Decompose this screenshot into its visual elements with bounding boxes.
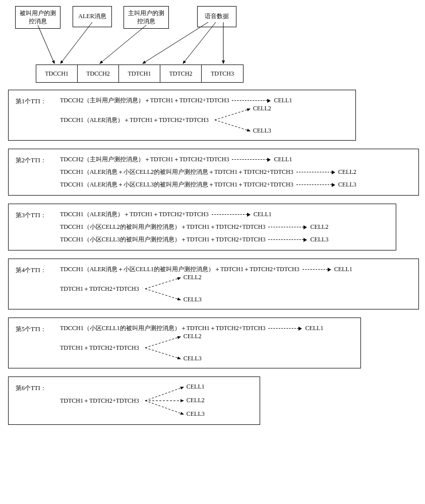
cell-target: CELL2 [253, 105, 271, 112]
dashed-arrow [232, 99, 271, 103]
tti-body: TDCCH2（主叫用户测控消息）＋TDTCH1＋TDTCH2+TDTCH3CEL… [60, 155, 411, 189]
mapping-diagram: 被叫用户的测控消息 ALER消息 主叫用户的测控消息 语音数据 TDCCH1 T… [4, 4, 421, 90]
fork-arrow-2: CELL2CELL3 [144, 334, 200, 362]
flow-line: TDTCH1＋TDTCH2+TDTCH3CELL1CELL2CELL3 [60, 383, 253, 418]
flow-expression: TDCCH1（ALER消息＋小区CELL2的被叫用户测控消息＋TDTCH1＋TD… [60, 168, 293, 176]
cell-target: CELL3 [184, 355, 202, 362]
tti-label: 第5个TTI： [16, 324, 60, 334]
dashed-arrow [296, 183, 335, 187]
flow-expression: TDCCH1（ALER消息）＋TDTCH1＋TDTCH2+TDTCH3 [60, 116, 209, 124]
cell-target: CELL2 [184, 333, 202, 340]
flow-line: TDCCH1（ALER消息）＋TDTCH1＋TDTCH2+TDTCH3CELL2… [60, 106, 348, 134]
cell-target: CELL1 [274, 97, 292, 104]
svg-line-2 [100, 25, 146, 64]
svg-line-12 [145, 387, 184, 401]
flow-expression: TDCCH1（ALER消息＋小区CELL3的被叫用户测控消息＋TDTCH1＋TD… [60, 180, 293, 189]
flow-line: TDCCH1（ALER消息＋小区CELL1的被叫用户测控消息）＋TDTCH1＋T… [60, 265, 411, 274]
flow-expression: TDCCH1（ALER消息＋小区CELL1的被叫用户测控消息）＋TDTCH1＋T… [60, 265, 299, 274]
flow-expression: TDCCH1（小区CELL1的被叫用户测控消息）＋TDTCH1＋TDTCH2+T… [60, 324, 265, 333]
tti-label: 第4个TTI： [16, 265, 60, 275]
svg-line-11 [145, 348, 180, 359]
tti-label: 第1个TTI： [16, 96, 60, 106]
flow-line: TDCCH1（小区CELL1的被叫用户测控消息）＋TDTCH1＋TDTCH2+T… [60, 324, 353, 333]
flow-expression: TDCCH1（小区CELL2的被叫用户测控消息）＋TDTCH1＋TDTCH2+T… [60, 223, 265, 231]
flow-line: TDCCH1（ALER消息）＋TDTCH1＋TDTCH2+TDTCH3CELL1 [60, 210, 389, 219]
svg-line-8 [145, 278, 180, 289]
svg-line-14 [145, 401, 184, 414]
dashed-arrow [232, 158, 271, 162]
fork-arrow-3: CELL1CELL2CELL3 [144, 383, 205, 418]
tti-body: TDTCH1＋TDTCH2+TDTCH3CELL1CELL2CELL3 [60, 383, 253, 418]
tti-box: 第1个TTI：TDCCH2（主叫用户测控消息）＋TDTCH1＋TDTCH2+TD… [8, 90, 356, 141]
svg-line-3 [143, 22, 208, 64]
cell-target: CELL3 [253, 127, 271, 135]
dashed-arrow [296, 170, 335, 174]
cell-target: CELL2 [187, 397, 205, 404]
tti-body: TDCCH1（小区CELL1的被叫用户测控消息）＋TDTCH1＋TDTCH2+T… [60, 324, 353, 362]
tti-body: TDCCH1（ALER消息）＋TDTCH1＋TDTCH2+TDTCH3CELL1… [60, 210, 389, 244]
cell-target: CELL1 [274, 156, 292, 163]
flow-line: TDCCH1（小区CELL3的被叫用户测控消息）＋TDTCH1＋TDTCH2+T… [60, 235, 389, 244]
flow-expression: TDTCH1＋TDTCH2+TDTCH3 [60, 344, 139, 352]
flow-expression: TDCCH2（主叫用户测控消息）＋TDTCH1＋TDTCH2+TDTCH3 [60, 155, 229, 164]
tti-box: 第4个TTI：TDCCH1（ALER消息＋小区CELL1的被叫用户测控消息）＋T… [8, 259, 419, 309]
svg-line-6 [215, 109, 250, 120]
flow-line: TDCCH1（小区CELL2的被叫用户测控消息）＋TDTCH1＋TDTCH2+T… [60, 223, 389, 231]
svg-line-0 [38, 25, 54, 64]
cell-target: CELL3 [187, 410, 205, 418]
svg-line-4 [183, 22, 216, 64]
tti-box: 第3个TTI：TDCCH1（ALER消息）＋TDTCH1＋TDTCH2+TDTC… [8, 204, 396, 250]
fork-arrow-2: CELL2CELL3 [214, 106, 269, 134]
flow-expression: TDTCH1＋TDTCH2+TDTCH3 [60, 285, 139, 293]
svg-line-7 [215, 120, 250, 131]
flow-expression: TDTCH1＋TDTCH2+TDTCH3 [60, 397, 139, 405]
cell-target: CELL1 [254, 211, 272, 218]
cell-target: CELL2 [184, 274, 202, 281]
tti-body: TDCCH2（主叫用户测控消息）＋TDTCH1＋TDTCH2+TDTCH3CEL… [60, 96, 348, 134]
dashed-arrow [212, 213, 251, 217]
tti-label: 第2个TTI： [16, 155, 60, 165]
flow-expression: TDCCH1（ALER消息）＋TDTCH1＋TDTCH2+TDTCH3 [60, 210, 209, 219]
fork-arrow-2: CELL2CELL3 [144, 275, 200, 303]
dashed-arrow [302, 268, 331, 272]
cell-target: CELL3 [338, 181, 356, 188]
cell-target: CELL2 [338, 168, 356, 176]
flow-expression: TDCCH1（小区CELL3的被叫用户测控消息）＋TDTCH1＋TDTCH2+T… [60, 235, 265, 244]
tti-container: 第1个TTI：TDCCH2（主叫用户测控消息）＋TDTCH1＋TDTCH2+TD… [4, 90, 421, 425]
flow-line: TDCCH2（主叫用户测控消息）＋TDTCH1＋TDTCH2+TDTCH3CEL… [60, 96, 348, 105]
svg-line-1 [60, 22, 92, 64]
cell-target: CELL3 [310, 236, 328, 243]
cell-target: CELL2 [310, 223, 328, 231]
flow-line: TDCCH2（主叫用户测控消息）＋TDTCH1＋TDTCH2+TDTCH3CEL… [60, 155, 411, 164]
flow-line: TDCCH1（ALER消息＋小区CELL3的被叫用户测控消息＋TDTCH1＋TD… [60, 180, 411, 189]
cell-target: CELL1 [187, 383, 205, 391]
dashed-arrow [268, 225, 307, 229]
svg-line-9 [145, 289, 180, 300]
flow-expression: TDCCH2（主叫用户测控消息）＋TDTCH1＋TDTCH2+TDTCH3 [60, 96, 229, 105]
cell-target: CELL1 [305, 325, 323, 332]
flow-line: TDCCH1（ALER消息＋小区CELL2的被叫用户测控消息＋TDTCH1＋TD… [60, 168, 411, 176]
tti-box: 第6个TTI：TDTCH1＋TDTCH2+TDTCH3CELL1CELL2CEL… [8, 376, 260, 425]
tti-box: 第5个TTI：TDCCH1（小区CELL1的被叫用户测控消息）＋TDTCH1＋T… [8, 318, 361, 368]
dashed-arrow [268, 238, 307, 242]
flow-line: TDTCH1＋TDTCH2+TDTCH3CELL2CELL3 [60, 334, 353, 362]
flow-line: TDTCH1＋TDTCH2+TDTCH3CELL2CELL3 [60, 275, 411, 303]
cell-target: CELL3 [184, 296, 202, 303]
tti-body: TDCCH1（ALER消息＋小区CELL1的被叫用户测控消息）＋TDTCH1＋T… [60, 265, 411, 303]
cell-target: CELL1 [334, 266, 352, 273]
tti-box: 第2个TTI：TDCCH2（主叫用户测控消息）＋TDTCH1＋TDTCH2+TD… [8, 149, 419, 196]
svg-line-10 [145, 337, 180, 348]
dashed-arrow [268, 327, 302, 331]
tti-label: 第3个TTI： [16, 210, 60, 220]
tti-label: 第6个TTI： [16, 383, 60, 393]
mapping-arrows [4, 4, 276, 90]
